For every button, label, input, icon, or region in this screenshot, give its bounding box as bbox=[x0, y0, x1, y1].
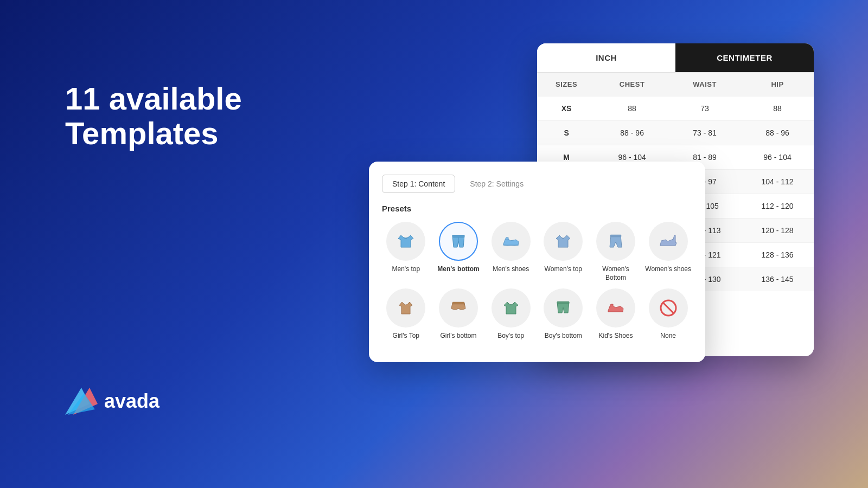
unit-tabs: INCH CENTIMETER bbox=[537, 43, 814, 73]
preset-label-kids-shoes: Kid's Shoes bbox=[598, 332, 633, 341]
hip-cell: 112 - 120 bbox=[741, 194, 814, 219]
col-waist: WAIST bbox=[668, 73, 741, 97]
table-header-row: SIZES CHEST WAIST HIP bbox=[537, 73, 814, 97]
preset-label-boys-top: Boy's top bbox=[497, 332, 524, 341]
preset-item-boys-bottom[interactable]: Boy's bottom bbox=[539, 288, 588, 341]
svg-rect-15 bbox=[557, 301, 569, 304]
hip-cell: 88 - 96 bbox=[741, 121, 814, 145]
size-cell: S bbox=[537, 121, 596, 145]
preset-item-womens-bottom[interactable]: Women's Bottom bbox=[592, 222, 640, 282]
preset-icon-womens-shoes bbox=[649, 222, 688, 261]
left-panel: 11 available Templates bbox=[65, 81, 242, 151]
svg-rect-14 bbox=[452, 302, 464, 304]
preset-label-womens-bottom: Women's Bottom bbox=[592, 265, 640, 282]
preset-icon-womens-top bbox=[544, 222, 583, 261]
col-hip: HIP bbox=[741, 73, 814, 97]
preset-label-womens-shoes: Women's shoes bbox=[645, 265, 691, 274]
preset-label-boys-bottom: Boy's bottom bbox=[545, 332, 582, 341]
preset-item-womens-top[interactable]: Women's top bbox=[539, 222, 588, 282]
avada-logo: avada bbox=[65, 385, 159, 418]
preset-label-mens-bottom: Men's bottom bbox=[437, 265, 480, 274]
hip-cell: 136 - 145 bbox=[741, 267, 814, 292]
hip-cell: 128 - 136 bbox=[741, 243, 814, 267]
hip-cell: 104 - 112 bbox=[741, 170, 814, 194]
preset-icon-mens-top bbox=[386, 222, 425, 261]
hip-cell: 96 - 104 bbox=[741, 145, 814, 170]
preset-item-kids-shoes[interactable]: Kid's Shoes bbox=[592, 288, 640, 341]
preset-icon-mens-bottom bbox=[439, 222, 478, 261]
preset-item-womens-shoes[interactable]: Women's shoes bbox=[644, 222, 692, 282]
presets-heading: Presets bbox=[382, 204, 692, 213]
preset-item-mens-bottom[interactable]: Men's bottom bbox=[435, 222, 483, 282]
preset-icon-mens-shoes bbox=[492, 222, 531, 261]
preset-icon-boys-top bbox=[492, 288, 531, 328]
preset-label-girls-bottom: Girl's bottom bbox=[441, 332, 477, 341]
preset-item-mens-top[interactable]: Men's top bbox=[382, 222, 430, 282]
step2-button[interactable]: Step 2: Settings bbox=[459, 175, 534, 193]
table-row: S 88 - 96 73 - 81 88 - 96 bbox=[537, 121, 814, 145]
hip-cell: 120 - 128 bbox=[741, 219, 814, 243]
table-row: XS 88 73 88 bbox=[537, 97, 814, 121]
waist-cell: 73 - 81 bbox=[668, 121, 741, 145]
main-title: 11 available Templates bbox=[65, 81, 242, 151]
hip-cell: 88 bbox=[741, 97, 814, 121]
preset-item-mens-shoes[interactable]: Men's shoes bbox=[487, 222, 535, 282]
presets-card: Step 1: Content Step 2: Settings Presets… bbox=[369, 162, 705, 362]
preset-icon-girls-top bbox=[386, 288, 425, 328]
avada-brand-name: avada bbox=[104, 390, 159, 413]
preset-label-none: None bbox=[660, 332, 676, 341]
chest-cell: 88 bbox=[596, 97, 668, 121]
preset-label-mens-top: Men's top bbox=[392, 265, 420, 274]
preset-icon-womens-bottom bbox=[596, 222, 635, 261]
preset-label-mens-shoes: Men's shoes bbox=[493, 265, 529, 274]
svg-rect-12 bbox=[452, 235, 464, 237]
col-sizes: SIZES bbox=[537, 73, 596, 97]
svg-line-17 bbox=[663, 303, 674, 313]
avada-logo-icon bbox=[65, 385, 98, 418]
step1-button[interactable]: Step 1: Content bbox=[382, 175, 455, 193]
steps-nav: Step 1: Content Step 2: Settings bbox=[382, 175, 692, 193]
preset-item-girls-bottom[interactable]: Girl's bottom bbox=[435, 288, 483, 341]
tab-centimeter[interactable]: CENTIMETER bbox=[675, 43, 814, 72]
preset-icon-girls-bottom bbox=[439, 288, 478, 328]
preset-item-none[interactable]: None bbox=[644, 288, 692, 341]
preset-icon-none bbox=[649, 288, 688, 328]
preset-icon-kids-shoes bbox=[596, 288, 635, 328]
preset-item-boys-top[interactable]: Boy's top bbox=[487, 288, 535, 341]
col-chest: CHEST bbox=[596, 73, 668, 97]
svg-rect-13 bbox=[610, 235, 621, 237]
preset-icon-boys-bottom bbox=[544, 288, 583, 328]
preset-item-girls-top[interactable]: Girl's Top bbox=[382, 288, 430, 341]
preset-label-girls-top: Girl's Top bbox=[393, 332, 419, 341]
chest-cell: 88 - 96 bbox=[596, 121, 668, 145]
tab-inch[interactable]: INCH bbox=[537, 43, 675, 72]
preset-label-womens-top: Women's top bbox=[545, 265, 582, 274]
waist-cell: 73 bbox=[668, 97, 741, 121]
size-cell: XS bbox=[537, 97, 596, 121]
presets-grid: Men's top Men's bottom Men's shoes Women… bbox=[382, 222, 692, 341]
